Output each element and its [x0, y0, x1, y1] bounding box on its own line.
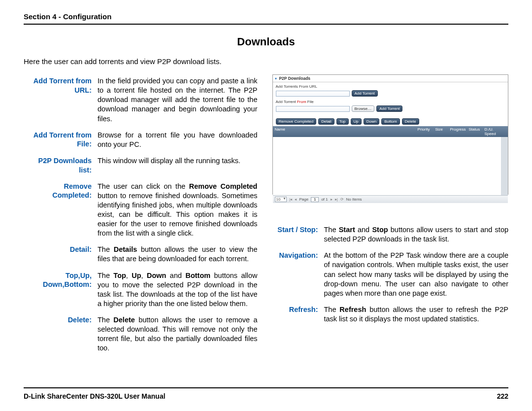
col-status: Status	[469, 127, 485, 136]
page-number-input[interactable]	[311, 197, 319, 202]
footer-page-number: 222	[497, 392, 508, 400]
pager-status: No Items	[346, 197, 362, 202]
url-input[interactable]	[276, 91, 350, 97]
col-progress: Progress	[450, 127, 469, 136]
up-button[interactable]: Up	[351, 118, 362, 125]
definition-term: Navigation:	[272, 251, 324, 298]
definition-row: Add Torrent from URL:In the field provid…	[24, 76, 258, 124]
definition-desc: The user can click on the Remove Complet…	[98, 182, 258, 239]
intro-text: Here the user can add torrents and view …	[24, 57, 508, 66]
refresh-icon[interactable]: ⟳	[340, 197, 344, 202]
col-name: Name	[275, 127, 418, 136]
detail-button[interactable]: Detail	[318, 118, 334, 125]
bottom-button[interactable]: Bottom	[381, 118, 399, 125]
definition-desc: In the field provided you can copy and p…	[98, 76, 258, 124]
add-torrent-file-button[interactable]: Add Torrent	[376, 105, 402, 112]
page-title: Downloads	[24, 35, 508, 48]
definition-row: Refresh:The Refresh button allows the us…	[272, 305, 509, 324]
col-priority: Priority	[418, 127, 435, 136]
remove-completed-button[interactable]: Remove Completed	[276, 118, 317, 125]
right-column: P2P Downloads Add Torrents From URL Add …	[272, 76, 509, 360]
pager-page-label: Page	[299, 197, 308, 202]
definition-row: Delete:The Delete button allows the user…	[24, 315, 258, 353]
col-d-u-speed: D./U. Speed	[485, 127, 506, 136]
panel-title: P2P Downloads	[273, 75, 508, 82]
content-columns: Add Torrent from URL:In the field provid…	[24, 76, 508, 360]
add-from-file-label: Add Torrent From File	[276, 100, 505, 104]
definition-term: Detail:	[24, 245, 98, 264]
pager-of-label: of 1	[321, 197, 328, 202]
delete-button[interactable]: Delete	[402, 118, 419, 125]
definition-term: Add Torrent from File:	[24, 131, 98, 149]
definition-term: Refresh:	[272, 305, 324, 324]
definition-desc: The Delete button allows the user to rem…	[98, 315, 258, 353]
definition-desc: Browse for a torrent file you have downl…	[98, 131, 258, 149]
definition-desc: The Refresh button allows the user to re…	[324, 305, 509, 324]
add-from-url-label: Add Torrents From URL	[276, 84, 505, 89]
page-size-select[interactable]: 10	[275, 197, 287, 202]
pager: 10 |◂ ◂ Page of 1 ▸ ▸| ⟳ No Items	[273, 195, 508, 203]
down-button[interactable]: Down	[364, 118, 379, 125]
browse-button[interactable]: Browse…	[352, 105, 375, 112]
file-input[interactable]	[276, 106, 350, 112]
definition-term: Delete:	[24, 315, 98, 353]
add-torrent-url-button[interactable]: Add Torrent	[352, 90, 378, 97]
last-page-icon[interactable]: ▸|	[335, 197, 338, 202]
definition-row: Top,Up, Down,Bottom:The Top, Up, Down an…	[24, 271, 258, 309]
definition-term: Remove Completed:	[24, 182, 98, 239]
definition-desc: The Start and Stop buttons allow users t…	[324, 225, 509, 244]
definition-desc: This window will display all the running…	[98, 156, 258, 175]
left-column: Add Torrent from URL:In the field provid…	[24, 76, 258, 360]
section-header: Section 4 - Configuration	[24, 12, 508, 25]
p2p-downloads-screenshot: P2P Downloads Add Torrents From URL Add …	[272, 74, 509, 195]
definition-row: Add Torrent from File:Browse for a torre…	[24, 131, 258, 149]
definition-term: Top,Up, Down,Bottom:	[24, 271, 98, 309]
footer-doc-title: D-Link ShareCenter DNS-320L User Manual	[24, 392, 166, 400]
page-footer: D-Link ShareCenter DNS-320L User Manual …	[24, 387, 508, 400]
grid-body	[273, 137, 508, 195]
definition-term: Start / Stop:	[272, 225, 324, 244]
grid-header: NamePrioritySizeProgressStatusD./U. Spee…	[273, 126, 508, 137]
definition-term: Add Torrent from URL:	[24, 76, 98, 124]
definition-term: P2P Downloads list:	[24, 156, 98, 175]
definition-row: Start / Stop:The Start and Stop buttons …	[272, 225, 509, 244]
top-button[interactable]: Top	[336, 118, 349, 125]
action-toolbar: Remove CompletedDetailTopUpDownBottomDel…	[273, 117, 508, 126]
next-page-icon[interactable]: ▸	[331, 197, 332, 202]
prev-page-icon[interactable]: ◂	[295, 197, 297, 202]
definition-desc: The Details button allows the user to vi…	[98, 245, 258, 264]
col-size: Size	[435, 127, 450, 136]
definition-row: Navigation:At the bottom of the P2P Task…	[272, 251, 509, 298]
definition-row: Remove Completed:The user can click on t…	[24, 182, 258, 239]
definition-desc: At the bottom of the P2P Task window the…	[324, 251, 509, 298]
first-page-icon[interactable]: |◂	[289, 197, 292, 202]
definition-desc: The Top, Up, Down and Bottom buttons all…	[98, 271, 258, 309]
definition-row: Detail:The Details button allows the use…	[24, 245, 258, 264]
definition-row: P2P Downloads list:This window will disp…	[24, 156, 258, 175]
